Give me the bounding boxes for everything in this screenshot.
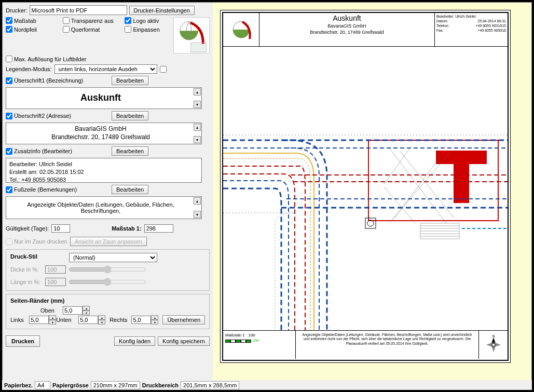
- checkbox-querformat[interactable]: Querformat: [63, 26, 125, 33]
- scroll-down-icon[interactable]: ▾: [194, 101, 201, 108]
- svg-rect-5: [436, 151, 487, 164]
- preview-logo: [223, 13, 259, 46]
- gueltigkeit-input[interactable]: [51, 224, 70, 233]
- printer-label: Drucker:: [6, 7, 28, 13]
- rand-links-input[interactable]: [29, 316, 49, 324]
- edit-zusatzinfo-button[interactable]: Bearbeiten: [112, 146, 148, 156]
- spin-up-icon[interactable]: ▴: [151, 315, 158, 320]
- edit-fusszeile-button[interactable]: Bearbeiten: [112, 185, 148, 194]
- rand-oben-input[interactable]: [63, 306, 83, 315]
- status-papierbez: A4: [35, 381, 50, 389]
- laenge-slider: [69, 278, 146, 286]
- edit-ueberschrift2-button[interactable]: Bearbeiten: [112, 111, 148, 120]
- spin-up-icon[interactable]: ▴: [98, 315, 105, 320]
- checkbox-transparenz[interactable]: Transparenz aus: [63, 17, 125, 24]
- checkbox-max-aufloesung[interactable]: Max. Auflösung für Luftbilder: [6, 56, 210, 62]
- preview-disclaimer: Angezeigte Objekte/Daten (Leitungen, Geb…: [296, 331, 479, 359]
- print-preview-area: Auskunft BavariaGIS GmbH Brandteichstr. …: [213, 3, 531, 389]
- edit-ueberschrift1-button[interactable]: Bearbeiten: [112, 76, 148, 85]
- spin-up-icon[interactable]: ▴: [49, 315, 56, 320]
- checkbox-massstab[interactable]: Maßstab: [6, 17, 63, 24]
- konfig-speichern-button[interactable]: Konfig speichern: [158, 336, 210, 346]
- gueltigkeit-label: Gültigkeit (Tage):: [6, 225, 49, 232]
- svg-rect-6: [454, 164, 469, 203]
- scroll-up-icon[interactable]: ▴: [194, 197, 201, 205]
- checkbox-ueberschrift1[interactable]: Überschrift1 (Bezeichnung): [6, 77, 109, 84]
- spin-down-icon[interactable]: ▾: [49, 320, 56, 325]
- massstab-label: Maßstab 1:: [112, 225, 141, 232]
- svg-rect-2: [192, 44, 205, 51]
- druckstil-select[interactable]: (Normal): [69, 253, 157, 262]
- svg-point-15: [492, 343, 495, 346]
- spin-up-icon[interactable]: ▴: [83, 306, 90, 310]
- legend-extra-checkbox[interactable]: [160, 66, 167, 73]
- drucken-button[interactable]: Drucken: [6, 335, 40, 347]
- checkbox-zusatzinfo[interactable]: Zusatzinfo (Bearbeiter): [6, 148, 109, 155]
- fusszeile-textarea[interactable]: Angezeigte Objekte/Daten (Leitungen, Geb…: [6, 196, 202, 219]
- status-druckbereich: 201,5mm x 288,5mm: [181, 381, 239, 389]
- zusatzinfo-textarea[interactable]: Bearbeiter: Ullrich Seidel Erstellt am: …: [6, 158, 202, 183]
- checkbox-logo-aktiv[interactable]: Logo aktiv: [125, 17, 171, 24]
- svg-text:N: N: [492, 334, 495, 338]
- scroll-down-icon[interactable]: ▾: [194, 136, 201, 143]
- checkbox-einpassen[interactable]: Einpassen: [125, 26, 171, 33]
- scroll-up-icon[interactable]: ▴: [194, 124, 201, 131]
- uebernehmen-button[interactable]: Übernehmen: [162, 315, 205, 325]
- ueberschrift2-textarea[interactable]: BavariaGIS GmbH Brandteichstr. 20, 17489…: [6, 123, 202, 144]
- konfig-laden-button[interactable]: Konfig laden: [114, 336, 155, 346]
- laenge-input: [45, 278, 66, 286]
- checkbox-fusszeile[interactable]: Fußzeile (Bemerkungen): [6, 186, 109, 193]
- preview-subtitle1: BavariaGIS GmbH: [261, 23, 433, 29]
- printer-settings-button[interactable]: Drucker-Einstellungen: [129, 6, 195, 15]
- logo-preview: [173, 17, 210, 53]
- preview-meta: Bearbeiter: Ulrich Seidel Datum: 25.04.2…: [435, 13, 508, 46]
- preview-compass: N: [479, 331, 508, 359]
- legend-mode-label: Legenden-Modus:: [6, 66, 52, 72]
- preview-scale: Maßstab 1 : 100 2m: [223, 331, 296, 359]
- checkbox-ueberschrift2[interactable]: Überschrift2 (Adresse): [6, 113, 109, 119]
- ueberschrift1-textarea[interactable]: Auskunft: [6, 87, 202, 109]
- preview-map: [223, 47, 508, 330]
- scroll-up-icon[interactable]: ▴: [194, 88, 201, 96]
- checkbox-nur-zaun: Nur im Zaun drucken: [6, 238, 67, 245]
- ansicht-zaun-button: Ansicht an Zaun anpassen: [70, 237, 147, 246]
- dicke-slider: [69, 265, 146, 274]
- checkbox-nordpfeil[interactable]: Nordpfeil: [6, 26, 63, 33]
- massstab-input[interactable]: [144, 224, 173, 233]
- svg-rect-7: [365, 218, 376, 228]
- spin-down-icon[interactable]: ▾: [151, 320, 158, 325]
- rand-unten-input[interactable]: [78, 316, 98, 324]
- status-papiergroesse: 210mm x 297mm: [91, 381, 140, 389]
- legend-mode-select[interactable]: unten links, horizontale Ausdeh: [54, 64, 157, 74]
- laenge-label: Länge in %:: [10, 279, 43, 285]
- status-bar: Papierbez. A4 Papiergrösse 210mm x 297mm…: [2, 380, 532, 390]
- preview-title: Auskunft: [261, 14, 433, 22]
- scroll-down-icon[interactable]: ▾: [194, 211, 201, 218]
- druckstil-fieldset: Druck-Stil (Normal) Dicke in %: Länge in…: [6, 249, 210, 291]
- dicke-label: Dicke in %:: [10, 266, 43, 273]
- printer-input[interactable]: [30, 5, 127, 15]
- raender-fieldset: Seiten-Ränder (mm) Oben▴▾ Links ▴▾ Unten…: [6, 294, 210, 329]
- preview-subtitle2: Brandteichstr. 20, 17489 Greifswald: [261, 30, 433, 35]
- spin-down-icon[interactable]: ▾: [98, 320, 105, 325]
- spin-down-icon[interactable]: ▾: [83, 310, 90, 315]
- rand-rechts-input[interactable]: [131, 316, 151, 324]
- dicke-input: [45, 265, 66, 274]
